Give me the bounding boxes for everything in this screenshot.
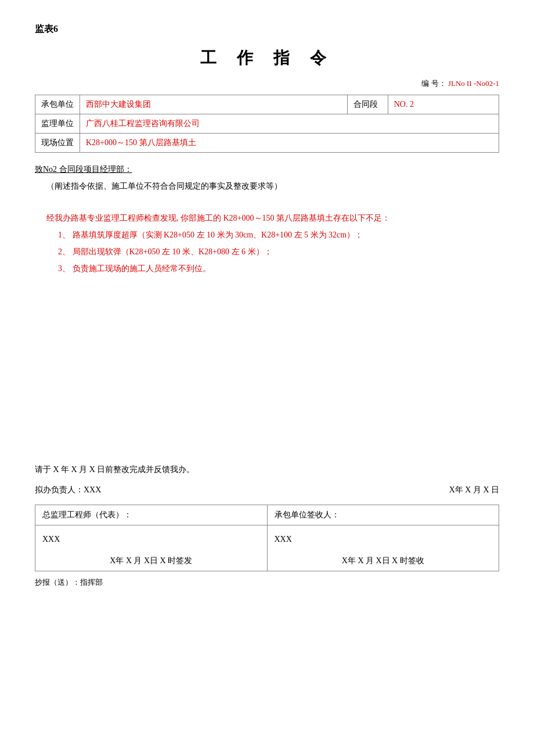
- body-item-2: 2、 局部出现软弹（K28+050 左 10 米、K28+080 左 6 米）；: [58, 244, 499, 259]
- body-item-1: 1、 路基填筑厚度超厚（实测 K28+050 左 10 米为 30cm、K28+…: [58, 228, 499, 242]
- copy-line: 抄报（送）：指挥部: [35, 577, 499, 588]
- contractor-label: 承包单位: [35, 95, 80, 114]
- request-line: 请于 X 年 X 月 X 日前整改完成并反馈我办。: [35, 462, 499, 478]
- sign-left-label: 总监理工程师（代表）：: [35, 505, 268, 525]
- responsible-label: 拟办负责人：XXX: [35, 485, 101, 495]
- sign-name-row: XXX X年 X 月 X日 X 时签发 XXX X年 X 月 X日 X 时签收: [35, 525, 499, 571]
- supervisor-value: 广西八桂工程监理咨询有限公司: [80, 114, 499, 134]
- contractor-value: 西部中大建设集团: [80, 95, 348, 114]
- body-item-3: 3、 负责施工现场的施工人员经常不到位。: [58, 261, 499, 276]
- body-section: 致No2 合同段项目经理部： （阐述指令依据、施工单位不符合合同规定的事实及整改…: [35, 162, 499, 276]
- greeting-line: 致No2 合同段项目经理部：: [35, 162, 499, 177]
- sign-left-name: XXX X年 X 月 X日 X 时签发: [35, 525, 268, 571]
- info-table: 承包单位 西部中大建设集团 合同段 NO. 2 监理单位 广西八桂工程监理咨询有…: [35, 95, 499, 153]
- doc-number: 编 号： JLNо II -Nо02-1: [35, 78, 499, 89]
- table-row-supervisor: 监理单位 广西八桂工程监理咨询有限公司: [35, 114, 499, 134]
- document-type-label: 监表6: [35, 23, 499, 35]
- body-paragraph1: 经我办路基专业监理工程师检查发现, 你部施工的 K28+000～150 第八层路…: [46, 211, 499, 225]
- bottom-section: 请于 X 年 X 月 X 日前整改完成并反馈我办。 拟办负责人：XXX X年 X…: [35, 462, 499, 571]
- subtitle-line: （阐述指令依据、施工单位不符合合同规定的事实及整改要求等）: [46, 179, 499, 193]
- contract-label: 合同段: [347, 95, 388, 114]
- table-row-location: 现场位置 K28+000～150 第八层路基填土: [35, 134, 499, 153]
- sign-right-label: 承包单位签收人：: [267, 505, 499, 525]
- responsible-row: 拟办负责人：XXX X年 X 月 X 日: [35, 485, 499, 495]
- main-title: 工 作 指 令: [35, 47, 499, 69]
- supervisor-label: 监理单位: [35, 114, 80, 134]
- location-label: 现场位置: [35, 134, 80, 153]
- sign-table: 总监理工程师（代表）： 承包单位签收人： XXX X年 X 月 X日 X 时签发…: [35, 505, 499, 571]
- contract-value: NO. 2: [388, 95, 499, 114]
- sign-header-row: 总监理工程师（代表）： 承包单位签收人：: [35, 505, 499, 525]
- table-row-contractor: 承包单位 西部中大建设集团 合同段 NO. 2: [35, 95, 499, 114]
- doc-number-value: JLNо II -Nо02-1: [448, 79, 499, 88]
- doc-number-label: 编 号：: [421, 79, 446, 88]
- location-value: K28+000～150 第八层路基填土: [80, 134, 499, 153]
- sign-right-name: XXX X年 X 月 X日 X 时签收: [267, 525, 499, 571]
- date-right: X年 X 月 X 日: [449, 485, 499, 495]
